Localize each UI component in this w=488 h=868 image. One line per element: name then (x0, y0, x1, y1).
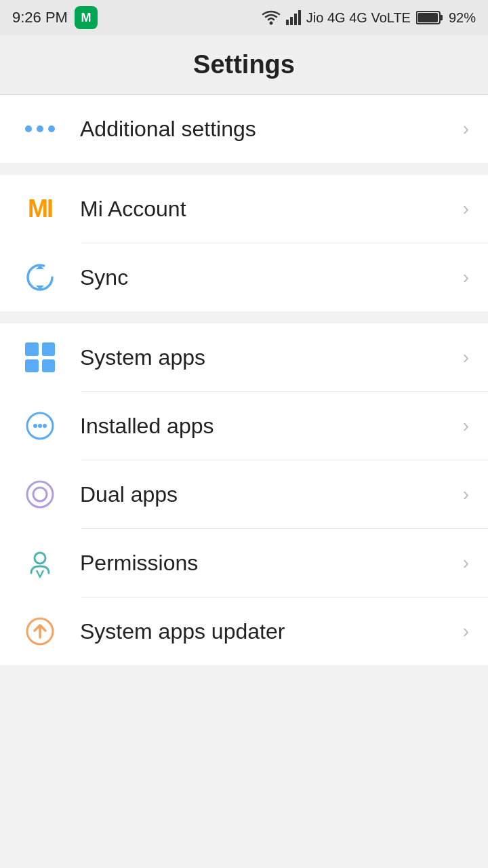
battery-percent: 92% (449, 10, 476, 26)
accounts-group: MI Mi Account › Sync › (0, 175, 488, 311)
system-apps-chevron: › (463, 347, 469, 368)
svg-rect-1 (286, 20, 289, 25)
notification-icon: M (75, 6, 98, 29)
installed-apps-label: Installed apps (80, 414, 456, 439)
mi-account-chevron: › (463, 198, 469, 220)
additional-settings-group: Additional settings › (0, 95, 488, 163)
system-apps-icon (19, 336, 61, 378)
additional-settings-row[interactable]: Additional settings › (0, 95, 488, 163)
svg-point-13 (27, 481, 53, 507)
system-apps-row[interactable]: System apps › (0, 323, 488, 391)
installed-apps-icon (19, 405, 61, 447)
page-title: Settings (193, 50, 295, 79)
svg-point-0 (269, 22, 272, 25)
system-apps-updater-row[interactable]: System apps updater › (0, 597, 488, 665)
system-apps-updater-chevron: › (463, 620, 469, 642)
accounts-divider: ACCOUNTS (0, 163, 488, 175)
svg-rect-4 (298, 10, 301, 25)
battery-icon (416, 10, 443, 25)
sync-chevron: › (463, 267, 469, 288)
installed-apps-row[interactable]: Installed apps › (0, 392, 488, 460)
sync-icon (19, 256, 61, 298)
svg-point-10 (33, 424, 37, 428)
system-apps-label: System apps (80, 345, 456, 370)
sync-label: Sync (80, 265, 456, 290)
system-apps-updater-label: System apps updater (80, 619, 456, 644)
wifi-icon (262, 10, 281, 25)
updater-icon (19, 610, 61, 652)
permissions-row[interactable]: Permissions › (0, 529, 488, 597)
status-time: 9:26 PM (12, 9, 68, 26)
svg-rect-7 (418, 13, 438, 22)
signal-icon (286, 10, 301, 25)
dual-apps-chevron: › (463, 484, 469, 505)
dual-apps-row[interactable]: Dual apps › (0, 460, 488, 528)
installed-apps-chevron: › (463, 415, 469, 437)
svg-point-11 (38, 424, 42, 428)
permissions-label: Permissions (80, 551, 456, 576)
appsettings-group: System apps › Installed apps › Dual apps… (0, 323, 488, 665)
status-bar: 9:26 PM M Jio 4G 4G VoLTE 92% (0, 0, 488, 35)
dual-apps-icon (19, 473, 61, 515)
status-left: 9:26 PM M (12, 6, 98, 29)
mi-account-label: Mi Account (80, 197, 456, 222)
permissions-icon (19, 542, 61, 584)
mi-account-row[interactable]: MI Mi Account › (0, 175, 488, 243)
dual-apps-label: Dual apps (80, 482, 456, 507)
svg-point-15 (35, 553, 45, 564)
svg-rect-3 (294, 14, 297, 25)
dots-icon (19, 108, 61, 150)
permissions-chevron: › (463, 552, 469, 574)
additional-settings-label: Additional settings (80, 117, 456, 142)
status-right: Jio 4G 4G VoLTE 92% (262, 10, 476, 26)
svg-rect-2 (290, 17, 293, 25)
additional-settings-chevron: › (463, 118, 469, 140)
svg-point-12 (43, 424, 47, 428)
settings-header: Settings (0, 35, 488, 95)
svg-point-14 (33, 488, 47, 501)
appsettings-divider: APP SETTINGS (0, 311, 488, 323)
mi-account-icon: MI (19, 188, 61, 230)
svg-rect-6 (440, 15, 443, 20)
sync-row[interactable]: Sync › (0, 243, 488, 311)
carrier-text: Jio 4G 4G VoLTE (306, 10, 411, 26)
